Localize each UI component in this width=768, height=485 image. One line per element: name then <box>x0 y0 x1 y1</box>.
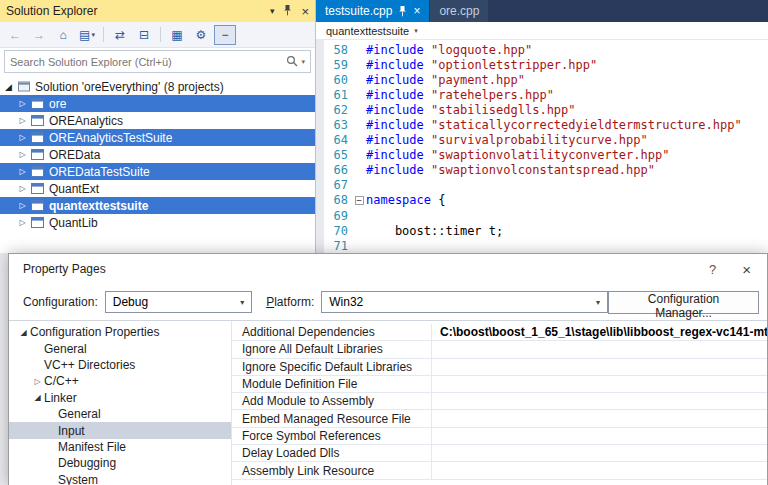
dialog-tree-item[interactable]: ◢Linker <box>9 390 231 406</box>
configuration-manager-button[interactable]: Configuration Manager... <box>608 291 759 314</box>
dialog-tree-label: Configuration Properties <box>30 325 159 339</box>
solution-tree-item[interactable]: ▷OREData <box>0 146 315 163</box>
property-value[interactable] <box>432 376 767 392</box>
solution-tree-item[interactable]: ▷OREAnalyticsTestSuite <box>0 129 315 146</box>
tab-testsuite-cpp[interactable]: testsuite.cpp× <box>316 0 429 22</box>
window-position-icon[interactable]: ▾ <box>270 6 275 16</box>
close-icon[interactable]: × <box>413 5 420 17</box>
expander-collapsed-icon[interactable]: ▷ <box>16 99 29 108</box>
properties-icon[interactable]: ⚙ <box>190 25 212 45</box>
property-row[interactable]: Module Definition File <box>232 376 767 393</box>
pin-icon[interactable] <box>283 5 292 18</box>
property-row[interactable]: Add Module to Assembly <box>232 393 767 410</box>
navigate-back-icon[interactable]: ← <box>4 25 26 45</box>
dialog-tree-item[interactable]: Manifest File <box>9 439 231 455</box>
search-options-caret-icon[interactable]: ▾ <box>301 58 305 66</box>
dialog-tree-item[interactable]: General <box>9 340 231 356</box>
solution-tree-item[interactable]: ▷OREAnalytics <box>0 112 315 129</box>
close-icon[interactable]: × <box>742 261 751 278</box>
property-value[interactable] <box>432 359 767 375</box>
solution-tree-item[interactable]: ▷quantexttestsuite <box>0 197 315 214</box>
dialog-tree-item[interactable]: ◢Configuration Properties <box>9 324 231 340</box>
expander-collapsed-icon[interactable]: ▷ <box>16 116 29 125</box>
solution-explorer-panel: Solution Explorer ▾ × ←→⌂▤▾⇄⊟▦⚙− ▾ ◢Solu… <box>0 0 316 253</box>
expander-expanded-icon[interactable]: ◢ <box>17 328 30 337</box>
code-line[interactable]: 65#include "swaptionvolatilityconverter.… <box>316 148 768 163</box>
property-row[interactable]: Delay Loaded Dlls <box>232 445 767 462</box>
expander-collapsed-icon[interactable]: ▷ <box>16 201 29 210</box>
property-row[interactable]: Embed Managed Resource File <box>232 410 767 427</box>
property-value[interactable]: C:\boost\boost_1_65_1\stage\lib\libboost… <box>432 324 767 340</box>
solution-tree-item[interactable]: ▷ore <box>0 95 315 112</box>
solution-tree-item[interactable]: ▷QuantLib <box>0 214 315 231</box>
search-icon[interactable] <box>286 53 298 71</box>
dialog-tree-item[interactable]: Input <box>9 422 231 438</box>
code-line[interactable]: 60#include "payment.hpp" <box>316 72 768 87</box>
dialog-tree-item[interactable]: ▷C/C++ <box>9 373 231 389</box>
code-line[interactable]: 71 <box>316 238 768 253</box>
code-line[interactable]: 68−namespace { <box>316 193 768 208</box>
code-line[interactable]: 63#include "staticallycorrectedyieldterm… <box>316 117 768 132</box>
code-editor[interactable]: 58#include "logquote.hpp"59#include "opt… <box>316 40 768 253</box>
dialog-tree-item[interactable]: General <box>9 406 231 422</box>
tab-ore-cpp[interactable]: ore.cpp <box>430 0 488 22</box>
code-line[interactable]: 70 boost::timer t; <box>316 223 768 238</box>
expander-expanded-icon[interactable]: ◢ <box>2 82 15 92</box>
property-row[interactable]: Additional DependenciesC:\boost\boost_1_… <box>232 324 767 341</box>
close-icon[interactable]: × <box>301 4 309 19</box>
navigation-bar[interactable]: quantexttestsuite ▾ <box>316 22 768 40</box>
expander-expanded-icon[interactable]: ◢ <box>31 393 44 402</box>
code-line[interactable]: 66#include "swaptionvolconstantspread.hp… <box>316 163 768 178</box>
property-row[interactable]: Assembly Link Resource <box>232 462 767 479</box>
preview-selected-items-icon[interactable]: − <box>214 25 236 45</box>
dialog-title: Property Pages <box>23 262 106 276</box>
show-all-files-icon[interactable]: ▦ <box>166 25 188 45</box>
code-line[interactable]: 58#include "logquote.hpp" <box>316 42 768 57</box>
expander-collapsed-icon[interactable]: ▷ <box>16 167 29 176</box>
solution-tree-item[interactable]: ▷OREDataTestSuite <box>0 163 315 180</box>
platform-label: Platform: <box>266 295 314 309</box>
search-input[interactable] <box>10 56 286 68</box>
code-line[interactable]: 61#include "ratehelpers.hpp" <box>316 87 768 102</box>
help-icon[interactable]: ? <box>709 262 716 277</box>
dialog-tree-item[interactable]: VC++ Directories <box>9 357 231 373</box>
expander-collapsed-icon[interactable]: ▷ <box>16 218 29 227</box>
sync-with-active-document-icon[interactable]: ⇄ <box>109 25 131 45</box>
dialog-titlebar[interactable]: Property Pages ? × <box>9 254 767 284</box>
code-line[interactable]: 67 <box>316 178 768 193</box>
navigate-forward-icon[interactable]: → <box>28 25 50 45</box>
property-value[interactable] <box>432 462 767 478</box>
configuration-combobox[interactable]: Debug ▾ <box>105 291 252 313</box>
fold-collapse-icon[interactable]: − <box>352 196 366 205</box>
solution-explorer-titlebar[interactable]: Solution Explorer ▾ × <box>0 0 315 22</box>
expander-collapsed-icon[interactable]: ▷ <box>31 377 44 386</box>
code-line[interactable]: 64#include "survivalprobabilitycurve.hpp… <box>316 133 768 148</box>
code-line[interactable]: 59#include "optionletstripper.hpp" <box>316 57 768 72</box>
property-value[interactable] <box>432 428 767 444</box>
solution-tree-item[interactable]: ▷QuantExt <box>0 180 315 197</box>
expander-collapsed-icon[interactable]: ▷ <box>16 184 29 193</box>
search-box[interactable]: ▾ <box>4 50 311 73</box>
line-number: 59 <box>316 58 352 72</box>
dialog-tree-item[interactable]: System <box>9 472 231 485</box>
property-value[interactable] <box>432 410 767 426</box>
project-icon <box>29 200 46 211</box>
home-icon[interactable]: ⌂ <box>52 25 74 45</box>
property-value[interactable] <box>432 341 767 357</box>
breadcrumb[interactable]: quantexttestsuite <box>326 25 409 37</box>
solution-tree-item[interactable]: ◢Solution 'oreEverything' (8 projects) <box>0 78 315 95</box>
platform-combobox[interactable]: Win32 ▾ <box>321 291 608 313</box>
collapse-all-icon[interactable]: ⊟ <box>133 25 155 45</box>
property-row[interactable]: Force Symbol References <box>232 428 767 445</box>
switch-views-icon[interactable]: ▤▾ <box>76 25 98 45</box>
expander-collapsed-icon[interactable]: ▷ <box>16 133 29 142</box>
pin-icon[interactable] <box>398 6 407 17</box>
property-value[interactable] <box>432 445 767 461</box>
code-line[interactable]: 62#include "stabilisedglls.hpp" <box>316 102 768 117</box>
property-row[interactable]: Ignore Specific Default Libraries <box>232 359 767 376</box>
property-value[interactable] <box>432 393 767 409</box>
expander-collapsed-icon[interactable]: ▷ <box>16 150 29 159</box>
dialog-tree-item[interactable]: Debugging <box>9 455 231 471</box>
property-row[interactable]: Ignore All Default Libraries <box>232 341 767 358</box>
code-line[interactable]: 69 <box>316 208 768 223</box>
